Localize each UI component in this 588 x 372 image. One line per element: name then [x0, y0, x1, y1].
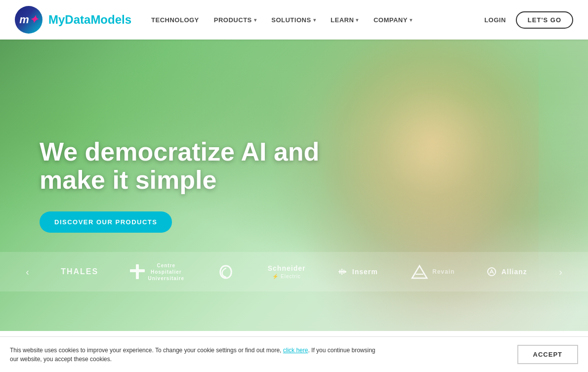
cookie-banner: This website uses cookies to improve you…	[0, 336, 588, 372]
header-right: LOGIN LET'S GO	[484, 11, 573, 29]
main-header: m✦ MyDataModels TECHNOLOGY PRODUCTS ▾ SO…	[0, 0, 588, 40]
chevron-down-icon: ▾	[313, 17, 316, 23]
nav-products[interactable]: PRODUCTS ▾	[214, 16, 256, 24]
other-logo	[216, 263, 236, 281]
logo-letter: m✦	[19, 13, 38, 26]
chevron-down-icon: ▾	[254, 17, 257, 23]
nav-learn[interactable]: LEARN ▾	[331, 16, 359, 24]
allianz-icon	[487, 267, 497, 277]
revain-logo: Revain	[410, 263, 455, 281]
logo-icon: m✦	[15, 6, 42, 34]
inserm-logo: Inserm	[337, 267, 378, 277]
carousel-next-button[interactable]: ›	[559, 266, 562, 278]
hero-section: We democratize AI and make it simple DIS…	[0, 40, 588, 331]
cookie-text: This website uses cookies to improve you…	[10, 346, 380, 364]
logo-area[interactable]: m✦ MyDataModels	[15, 6, 131, 34]
discover-products-button[interactable]: DISCOVER OUR PRODUCTS	[40, 211, 172, 233]
svg-marker-7	[412, 266, 427, 278]
svg-rect-1	[130, 269, 145, 272]
hero-content: We democratize AI and make it simple DIS…	[0, 138, 321, 233]
schneider-logo: Schneider ⚡ Electric	[268, 264, 306, 279]
chevron-down-icon: ▾	[356, 17, 359, 23]
carousel-prev-button[interactable]: ‹	[26, 266, 29, 278]
hero-title: We democratize AI and make it simple	[40, 138, 321, 194]
main-nav: TECHNOLOGY PRODUCTS ▾ SOLUTIONS ▾ LEARN …	[151, 16, 484, 24]
nav-technology[interactable]: TECHNOLOGY	[151, 16, 199, 24]
thales-logo: THALES	[61, 267, 98, 276]
cookie-link[interactable]: click here	[283, 347, 308, 354]
chu-logo: CentreHospitalierUniversitaire	[130, 262, 184, 282]
chevron-down-icon: ▾	[410, 17, 413, 23]
nav-company[interactable]: COMPANY ▾	[374, 16, 412, 24]
swoosh-icon	[216, 263, 236, 281]
inserm-icon	[337, 267, 347, 277]
chu-icon	[130, 264, 145, 279]
nav-solutions[interactable]: SOLUTIONS ▾	[271, 16, 316, 24]
revain-icon	[410, 263, 429, 281]
login-button[interactable]: LOGIN	[484, 16, 506, 24]
lets-go-button[interactable]: LET'S GO	[516, 11, 573, 29]
logo-text: MyDataModels	[48, 13, 131, 27]
allianz-logo: Allianz	[487, 267, 527, 277]
logos-bar: ‹ THALES CentreHospitalierUniversitaire …	[0, 252, 588, 291]
accept-cookies-button[interactable]: ACCEPT	[517, 345, 578, 364]
